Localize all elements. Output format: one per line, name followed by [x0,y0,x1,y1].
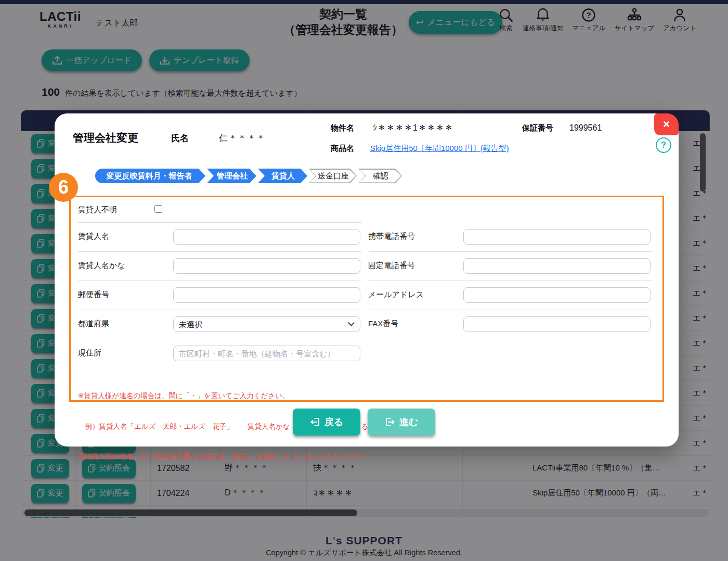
wizard-steps: 変更反映賃料月・報告者 管理会社 賃貸人 送金口座 確認 [95,169,402,183]
name-label: 氏名 [171,132,189,144]
next-enter-icon [385,417,395,427]
postal-code-input[interactable] [173,287,360,303]
next-button[interactable]: 進む [368,409,435,436]
prefecture-label: 都道府県 [78,319,109,329]
row-divider [78,280,361,281]
step-management-company[interactable]: 管理会社 [207,169,256,183]
help-button[interactable]: ? [656,137,671,153]
property-label: 物件名 [331,123,354,133]
management-change-modal: × ? 管理会社変更 氏名 仁＊＊＊＊ 物件名 ｼ＊＊＊＊1＊＊＊＊ 保証番号 … [55,113,679,447]
row-divider [78,251,361,252]
row-divider [369,339,653,339]
step-rent-month-reporter[interactable]: 変更反映賃料月・報告者 [95,169,205,183]
note-line: 例）賃貸人名「エルズ 太郎・エルズ 花子」 賃貸人名かな「えるず たろう・えるず… [78,422,411,432]
help-icon: ? [661,140,666,150]
note-line: ※賃貸人様が連名の場合は、間に「・」を置いてご入力ください。 [78,391,411,401]
annotation-badge-6: 6 [49,173,78,202]
row-divider [369,251,653,252]
guarantee-number-label: 保証番号 [522,123,553,133]
row-divider [369,310,653,310]
modal-title: 管理会社変更 [73,131,138,145]
tenant-unknown-label: 賃貸人不明 [78,205,117,215]
prefecture-select[interactable]: 未選択 [173,316,360,332]
next-button-label: 進む [399,416,418,428]
address-label: 現住所 [78,348,101,358]
fixed-phone-label: 固定電話番号 [368,261,415,271]
close-button[interactable]: × [654,113,679,135]
step-confirm[interactable]: 確認 [358,169,402,183]
mobile-phone-input[interactable] [463,229,651,245]
joint-tenant-notes: ※賃貸人様が連名の場合は、間に「・」を置いてご入力ください。 例）賃貸人名「エル… [78,371,411,482]
fixed-phone-input[interactable] [463,258,651,274]
step-tenant[interactable]: 賃貸人 [258,169,307,183]
back-button-label: 戻る [324,416,343,428]
fax-input[interactable] [463,316,651,332]
row-divider [78,310,361,310]
fax-label: FAX番号 [368,319,398,329]
row-divider [78,339,361,339]
tenant-kana-input[interactable] [173,258,360,274]
address-input[interactable] [173,346,360,361]
tenant-unknown-checkbox[interactable] [154,205,162,213]
name-value: 仁＊＊＊＊ [219,132,266,144]
guarantee-number-value: 1999561 [569,123,602,133]
mobile-phone-label: 携帯電話番号 [368,232,415,241]
email-label: メールアドレス [368,290,424,300]
tenant-name-input[interactable] [173,229,360,245]
property-value: ｼ＊＊＊＊1＊＊＊＊ [373,123,453,133]
email-input[interactable] [463,287,651,303]
row-divider [369,280,653,281]
step-remittance-account[interactable]: 送金口座 [309,169,357,183]
back-exit-icon [310,417,320,427]
page: LACTii KANRI テスト太郎 契約一覧 （管理会社変更報告） ↩ メニュ… [0,0,728,561]
note-line: ※賃貸人様が連名、かつ連絡先が異なる場合は、優先して連絡してよい方をご入力くださ… [78,452,411,462]
tenant-name-label: 賃貸人名 [78,232,109,241]
row-divider [78,222,361,223]
product-link[interactable]: Skip居住用50〔年間10000 円〕(報告型) [370,144,509,154]
close-icon: × [663,119,670,130]
postal-code-label: 郵便番号 [78,290,109,300]
tenant-kana-label: 賃貸人名かな [78,261,125,271]
back-button[interactable]: 戻る [293,409,360,436]
product-label: 商品名 [331,144,354,154]
